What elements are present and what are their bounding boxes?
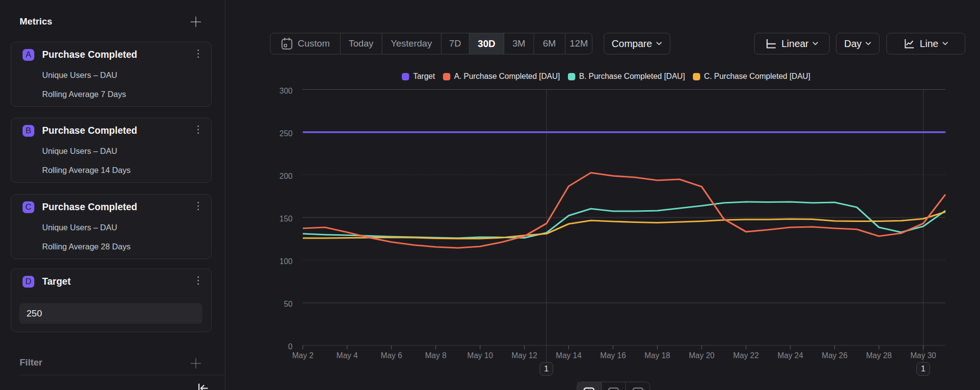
svg-text:May 30: May 30 — [910, 351, 936, 360]
svg-text:May 28: May 28 — [866, 351, 892, 360]
svg-text:May 24: May 24 — [778, 351, 804, 360]
svg-text:May 10: May 10 — [467, 351, 493, 360]
svg-text:May 14: May 14 — [556, 351, 582, 360]
svg-text:May 16: May 16 — [600, 351, 626, 360]
svg-text:250: 250 — [279, 129, 293, 138]
svg-text:May 2: May 2 — [292, 351, 314, 360]
svg-text:May 4: May 4 — [337, 351, 358, 360]
svg-text:200: 200 — [279, 172, 293, 180]
svg-text:May 22: May 22 — [733, 351, 759, 360]
svg-text:150: 150 — [279, 215, 293, 223]
svg-text:May 18: May 18 — [644, 351, 670, 360]
svg-text:May 12: May 12 — [512, 351, 538, 360]
svg-text:50: 50 — [284, 300, 293, 308]
svg-text:May 8: May 8 — [425, 351, 447, 360]
svg-text:100: 100 — [279, 257, 293, 266]
svg-text:May 26: May 26 — [822, 351, 848, 360]
svg-text:May 20: May 20 — [689, 351, 715, 360]
svg-text:0: 0 — [288, 342, 293, 351]
svg-text:300: 300 — [279, 87, 293, 95]
svg-text:May 6: May 6 — [381, 351, 402, 360]
